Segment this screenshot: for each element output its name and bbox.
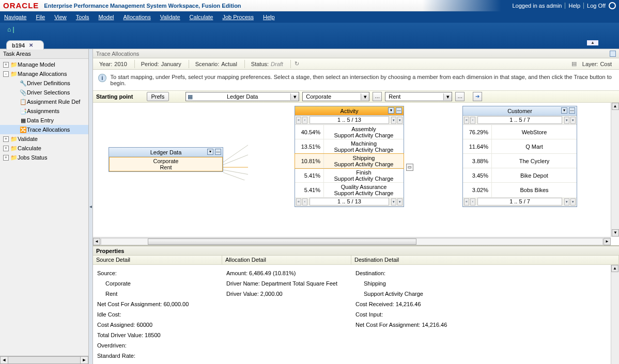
node-menu-icon[interactable]: ▾	[388, 107, 394, 114]
node-row[interactable]: 5.41%Quality AssuranceSupport Activity C…	[295, 183, 404, 197]
menu-allocations[interactable]: Allocations	[123, 14, 150, 20]
close-icon[interactable]: ✕	[29, 42, 33, 48]
home-icon[interactable]: ⌂ |	[7, 26, 14, 33]
node-minimize-icon[interactable]: —	[396, 107, 402, 114]
node-row[interactable]: 40.54%AssemblySupport Activity Charge	[295, 125, 404, 139]
scroll-right-icon[interactable]: ►	[80, 356, 88, 364]
chevron-down-icon[interactable]: ▾	[361, 93, 369, 100]
last-page-icon[interactable]: ▾	[570, 198, 576, 205]
node-row[interactable]: 3.88%The Cyclery	[463, 154, 577, 168]
menu-help[interactable]: Help	[263, 14, 275, 20]
expand-toggle-icon[interactable]: +	[3, 136, 9, 142]
prev-page-icon[interactable]: ‹	[302, 198, 307, 205]
help-link[interactable]: Help	[568, 3, 580, 9]
node-minimize-icon[interactable]: —	[569, 107, 575, 114]
tree-item[interactable]: +📁Calculate	[0, 144, 88, 153]
chevron-down-icon[interactable]: ▾	[290, 93, 299, 100]
menu-view[interactable]: View	[54, 14, 67, 20]
menu-model[interactable]: Model	[99, 14, 114, 20]
menu-validate[interactable]: Validate	[160, 14, 180, 20]
prev-page-icon[interactable]: ‹	[302, 117, 307, 124]
tree-item[interactable]: 📎Driver Selections	[0, 88, 88, 97]
collapse-toolbar-icon[interactable]: ▲	[587, 40, 598, 45]
canvas-hscroll[interactable]: ◄ ►	[93, 237, 611, 245]
pov-scenario[interactable]: Actual	[221, 61, 237, 67]
menu-calculate[interactable]: Calculate	[190, 14, 213, 20]
scroll-left-icon[interactable]: ◄	[0, 356, 8, 364]
pov-year[interactable]: 2010	[114, 61, 127, 67]
expand-toggle-icon[interactable]: -	[3, 71, 9, 77]
trace-button[interactable]: ➔	[473, 92, 482, 101]
tree-item[interactable]: 🔀Trace Allocations	[0, 125, 88, 134]
node-customer[interactable]: Customer ▾— «‹ 1 .. 5 / 7 ▾▾ 76.29%WebSt…	[462, 106, 577, 207]
scroll-left-icon[interactable]: ◄	[93, 238, 100, 245]
last-page-icon[interactable]: ▾	[397, 117, 403, 124]
pov-period[interactable]: January	[161, 61, 181, 67]
properties-vscroll[interactable]: ▲	[611, 265, 619, 364]
node-activity[interactable]: Activity ▾— «‹ 1 .. 5 / 13 ▾▾ 40.54%Asse…	[295, 106, 404, 207]
node-row[interactable]: 5.41%FinishSupport Activity Charge	[295, 168, 404, 183]
canvas-vscroll[interactable]: ▲ ▼	[611, 103, 619, 237]
node-ledger[interactable]: Ledger Data ▾— Corporate Rent	[109, 147, 223, 172]
dim2-select[interactable]: Rent ▾	[385, 92, 452, 101]
last-page-icon[interactable]: ▾	[570, 117, 576, 124]
tree-item[interactable]: +📁Validate	[0, 134, 88, 144]
node-row[interactable]: 10.81%ShippingSupport Activity Charge	[295, 154, 404, 168]
scroll-right-icon[interactable]: ►	[603, 238, 611, 245]
dim1-picker-button[interactable]: …	[373, 92, 382, 101]
prev-page-icon[interactable]: ‹	[470, 198, 475, 205]
menu-navigate[interactable]: Navigate	[4, 14, 26, 20]
scroll-down-icon[interactable]: ▼	[612, 229, 619, 236]
sidebar-hscroll[interactable]: ◄ ►	[0, 356, 88, 364]
menu-tools[interactable]: Tools	[76, 14, 89, 20]
prev-page-icon[interactable]: ‹	[470, 117, 475, 124]
dim1-select[interactable]: Corporate ▾	[302, 92, 369, 101]
node-row[interactable]: 13.51%MachiningSupport Activity Charge	[295, 139, 404, 154]
node-row[interactable]: 76.29%WebStore	[463, 125, 577, 139]
row-l1: Q Mart	[525, 144, 543, 150]
first-page-icon[interactable]: «	[296, 117, 301, 124]
next-page-icon[interactable]: ▾	[391, 198, 396, 205]
menu-job-process[interactable]: Job Process	[222, 14, 254, 20]
trace-canvas[interactable]: Ledger Data ▾— Corporate Rent Activity ▾…	[93, 103, 611, 237]
menu-file[interactable]: File	[36, 14, 45, 20]
tree-item[interactable]: 📋Assignment Rule Def	[0, 97, 88, 106]
node-row[interactable]: 3.45%Bike Depot	[463, 168, 577, 183]
activity-expand-icon[interactable]: ▭	[406, 164, 413, 171]
tree-item[interactable]: -📁Manage Allocations	[0, 69, 88, 78]
node-menu-icon[interactable]: ▾	[561, 107, 567, 114]
next-page-icon[interactable]: ▾	[564, 117, 569, 124]
stage-select[interactable]: ▦ Ledger Data ▾	[185, 92, 299, 101]
refresh-icon[interactable]: ↻	[293, 60, 301, 67]
node-row[interactable]: 3.02%Bobs Bikes	[463, 183, 577, 197]
layer-icon[interactable]: ▤	[570, 60, 578, 67]
tree-item[interactable]: +📁Manage Model	[0, 60, 88, 69]
maximize-icon[interactable]	[610, 51, 616, 57]
next-page-icon[interactable]: ▾	[391, 117, 396, 124]
chevron-down-icon[interactable]: ▾	[443, 93, 452, 100]
tree-item[interactable]: 🔧Driver Definitions	[0, 78, 88, 88]
expand-toggle-icon[interactable]: +	[3, 155, 9, 161]
tree-item[interactable]: ▦Data Entry	[0, 116, 88, 125]
logoff-link[interactable]: Log Off	[587, 3, 606, 9]
tree-item[interactable]: 📑Assignments	[0, 106, 88, 116]
expand-toggle-icon[interactable]: +	[3, 62, 9, 68]
first-page-icon[interactable]: «	[296, 198, 301, 205]
first-page-icon[interactable]: «	[464, 198, 469, 205]
scroll-up-icon[interactable]: ▲	[612, 103, 619, 110]
sidebar-collapse-handle[interactable]: ◄	[89, 49, 93, 364]
tree-item[interactable]: +📁Jobs Status	[0, 153, 88, 162]
hscroll-thumb[interactable]	[148, 239, 416, 245]
scroll-up-icon[interactable]: ▲	[611, 265, 618, 272]
next-page-icon[interactable]: ▾	[564, 198, 569, 205]
expand-toggle-icon[interactable]: +	[3, 146, 9, 151]
first-page-icon[interactable]: «	[464, 117, 469, 124]
last-page-icon[interactable]: ▾	[397, 198, 403, 205]
prefs-button[interactable]: Prefs	[147, 92, 169, 101]
document-tab[interactable]: b194 ✕	[6, 40, 44, 50]
node-menu-icon[interactable]: ▾	[207, 149, 213, 155]
node-minimize-icon[interactable]: —	[215, 149, 221, 155]
pov-layer[interactable]: Cost	[600, 61, 612, 67]
node-row[interactable]: 11.64%Q Mart	[463, 139, 577, 154]
dim2-picker-button[interactable]: …	[455, 92, 465, 101]
